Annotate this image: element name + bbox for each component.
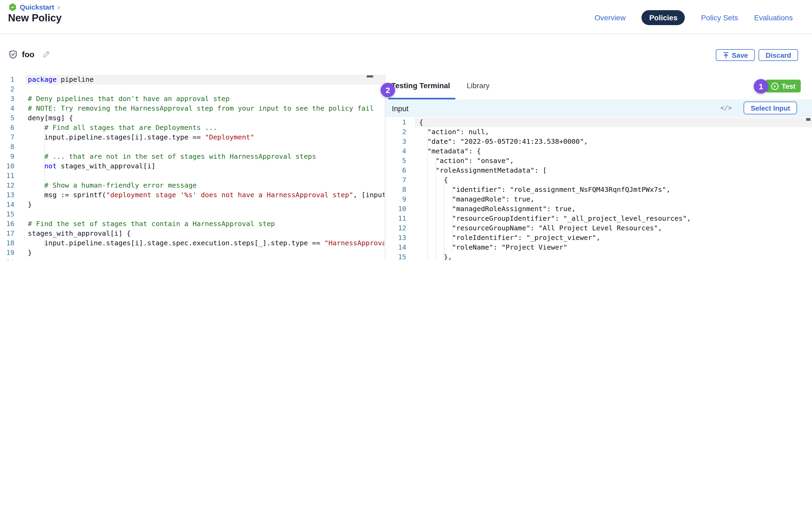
code-line: 5deny[msg] { (0, 113, 384, 123)
breadcrumb-link-quickstart[interactable]: Quickstart (20, 3, 54, 11)
code-text: deny[msg] { (28, 113, 73, 123)
code-line-content: # Find the set of stages that contain a … (25, 219, 384, 229)
line-number: 12 (385, 224, 415, 233)
code-line: 15 (0, 209, 384, 219)
line-number: 6 (0, 123, 25, 133)
code-line-content: # Show a human-friendly error message (25, 181, 384, 190)
testing-panel: Testing Terminal Library Test Input </> … (385, 74, 812, 260)
policy-name: foo (22, 50, 34, 59)
code-text: } (28, 248, 32, 258)
line-number: 19 (0, 248, 25, 258)
code-line: 19} (0, 248, 384, 258)
code-line-content: input.pipeline.stages[i].stage.spec.exec… (25, 238, 384, 248)
code-line-content: } (25, 200, 384, 209)
code-line-content: } (25, 248, 384, 258)
line-number: 18 (0, 238, 25, 248)
shield-check-icon (9, 50, 17, 58)
line-number: 7 (0, 133, 25, 142)
tab-library[interactable]: Library (467, 81, 490, 90)
line-number: 9 (385, 194, 415, 204)
code-line: 20 (0, 258, 384, 260)
input-scrollbar-thumb[interactable] (806, 118, 810, 121)
code-line: 7 input.pipeline.stages[i].stage.type ==… (0, 133, 384, 142)
content-area: 1package pipeline23# Deny pipelines that… (0, 74, 812, 260)
code-line-content: "action": null, (415, 127, 812, 137)
nav-item-policies[interactable]: Policies (642, 10, 685, 25)
svg-text:∞: ∞ (11, 5, 14, 9)
code-text: "roleName": "Project Viewer" (419, 243, 567, 252)
code-line: 6 # Find all stages that are Deployments… (0, 123, 384, 133)
line-number: 15 (385, 252, 415, 260)
code-line: 9 # ... that are not in the set of stage… (0, 152, 384, 161)
select-input-button[interactable]: Select Input (744, 102, 797, 114)
line-number: 3 (385, 137, 415, 147)
rego-code-editor[interactable]: 1package pipeline23# Deny pipelines that… (0, 74, 384, 260)
code-text: }, (419, 252, 452, 260)
code-line: 17stages_with_approval[i] { (0, 229, 384, 238)
code-text: # NOTE: Try removing the HarnessApproval… (28, 104, 374, 113)
code-line: 10 not stages_with_approval[i] (0, 161, 384, 171)
line-number: 13 (0, 190, 25, 200)
testing-tabs-row: Testing Terminal Library Test (385, 74, 812, 99)
line-number: 13 (385, 233, 415, 243)
code-line-content: # NOTE: Try removing the HarnessApproval… (25, 104, 384, 113)
line-number: 12 (0, 181, 25, 190)
edit-pencil-icon[interactable] (43, 50, 51, 58)
nav-item-overview[interactable]: Overview (594, 14, 626, 22)
code-brackets-icon[interactable]: </> (720, 104, 732, 112)
code-text: # Find the set of stages that contain a … (28, 219, 275, 229)
harness-logo-icon: ∞ (8, 3, 17, 11)
line-number: 1 (0, 75, 25, 84)
nav-item-evaluations[interactable]: Evaluations (754, 14, 793, 22)
code-line-content: { (415, 118, 812, 127)
discard-button[interactable]: Discard (759, 49, 798, 61)
code-line-content: # ... that are not in the set of stages … (25, 152, 384, 161)
line-number: 4 (385, 147, 415, 156)
code-line-content: stages_with_approval[i] { (25, 229, 384, 238)
nav-item-policy-sets[interactable]: Policy Sets (701, 14, 738, 22)
code-line-content: "identifier": "role_assignment_NsFQM43Rq… (415, 185, 812, 194)
discard-button-label: Discard (766, 51, 791, 59)
code-line: 18 input.pipeline.stages[i].stage.spec.e… (0, 238, 384, 248)
save-button-label: Save (732, 51, 748, 59)
code-text: input.pipeline.stages[i].stage.type == "… (28, 133, 254, 142)
code-line: 2 "action": null, (385, 127, 812, 137)
code-line: 7 { (385, 175, 812, 185)
code-line: 9 "managedRole": true, (385, 194, 812, 204)
code-line: 11 (0, 171, 384, 181)
code-line-content: "action": "onsave", (415, 156, 812, 166)
code-text: "managedRole": true, (419, 194, 534, 204)
line-number: 5 (385, 156, 415, 166)
page-title: New Policy (8, 12, 62, 24)
code-line-content: package pipeline (25, 75, 384, 84)
indent-guide (44, 171, 45, 181)
line-number: 4 (0, 104, 25, 113)
code-line: 10 "managedRoleAssignment": true, (385, 204, 812, 214)
code-line: 14} (0, 200, 384, 209)
policy-toolbar: foo Save Discard (0, 34, 812, 74)
code-line-content: # Deny pipelines that don't have an appr… (25, 94, 384, 104)
code-line: 1package pipeline (0, 75, 384, 84)
line-number: 11 (0, 171, 25, 181)
line-number: 2 (0, 84, 25, 94)
line-number: 17 (0, 229, 25, 238)
code-line-content (25, 142, 384, 152)
code-text: "metadata": { (419, 147, 481, 156)
line-number: 5 (0, 113, 25, 123)
save-button[interactable]: Save (716, 49, 755, 61)
code-line: 12 # Show a human-friendly error message (0, 181, 384, 190)
input-json-editor[interactable]: 1{2 "action": null,3 "date": "2022-05-05… (385, 117, 812, 260)
code-text: "roleIdentifier": "_project_viewer", (419, 233, 600, 243)
toolbar-buttons: Save Discard (716, 49, 798, 61)
code-line-content: { (415, 175, 812, 185)
code-text: "resourceGroupIdentifier": "_all_project… (419, 214, 691, 224)
code-line-content: msg := sprintf("deployment stage '%s' do… (25, 190, 384, 200)
code-text: # Find all stages that are Deployments .… (28, 123, 217, 133)
code-line: 5 "action": "onsave", (385, 156, 812, 166)
line-number: 14 (0, 200, 25, 209)
tab-testing-terminal[interactable]: Testing Terminal (391, 81, 450, 90)
rego-scrollbar-thumb[interactable] (367, 75, 373, 77)
code-text: { (419, 118, 423, 127)
test-button[interactable]: Test (765, 80, 801, 93)
code-line-content (25, 171, 384, 181)
